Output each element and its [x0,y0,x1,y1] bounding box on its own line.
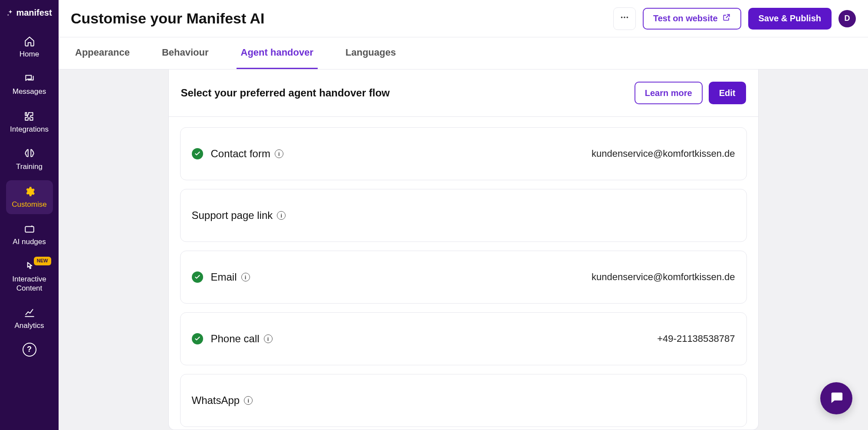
row-whatsapp[interactable]: WhatsApp i [180,374,747,427]
row-label-text: Email [211,271,237,283]
avatar[interactable]: D [838,10,856,27]
help-icon[interactable]: ? [23,343,36,357]
tabs: Appearance Behaviour Agent handover Lang… [59,37,868,69]
info-icon[interactable]: i [241,273,250,281]
row-phone-call[interactable]: Phone call i +49-21138538787 [180,312,747,365]
info-icon[interactable]: i [277,211,286,220]
test-on-website-label: Test on website [653,13,718,23]
sidebar-item-label: Home [20,50,39,59]
sidebar-item-training[interactable]: Training [6,142,53,176]
sidebar-item-analytics[interactable]: Analytics [6,301,53,335]
tab-label: Behaviour [162,47,209,58]
sidebar-nav: Home Messages Integrations Training Cust [0,30,59,361]
save-publish-button[interactable]: Save & Publish [748,8,832,30]
sidebar-item-messages[interactable]: Messages [6,67,53,101]
sidebar-item-label: Customise [12,200,46,209]
info-icon[interactable]: i [275,149,283,158]
sidebar: manifest Home Messages Integrations Tra [0,0,59,430]
brand-logo: manifest [7,8,52,18]
new-badge: NEW [34,257,51,265]
sidebar-item-label: Training [16,162,43,171]
sidebar-item-label: AI nudges [13,238,46,246]
page-title: Customise your Manifest AI [71,10,606,27]
row-label-text: Phone call [211,333,260,345]
row-label: WhatsApp i [192,394,253,407]
info-icon[interactable]: i [244,396,253,405]
ellipsis-icon [620,13,629,25]
row-value: +49-21138538787 [657,333,735,344]
chat-fab[interactable] [820,382,852,414]
chat-icon [829,390,844,407]
save-publish-label: Save & Publish [759,13,822,23]
handover-panel: Select your preferred agent handover flo… [168,69,759,430]
row-label-text: Support page link [192,209,273,222]
sidebar-item-home[interactable]: Home [6,30,53,64]
sidebar-item-label: Integrations [10,125,49,134]
svg-point-1 [621,17,623,18]
chart-line-icon [23,307,36,319]
external-link-icon [722,13,731,24]
row-label-text: WhatsApp [192,394,240,407]
row-label: Support page link i [192,209,286,222]
content-area: Select your preferred agent handover flo… [59,69,868,430]
panel-header: Select your preferred agent handover flo… [169,69,758,117]
row-value: kundenservice@komfortkissen.de [592,148,735,159]
sidebar-item-ai-nudges[interactable]: AI nudges [6,218,53,251]
svg-rect-0 [25,227,34,232]
sidebar-item-interactive-content[interactable]: NEW Interactive Content [6,255,53,298]
sidebar-item-label: Interactive Content [8,275,51,293]
check-icon [192,271,203,283]
avatar-initial: D [845,14,850,23]
row-label-text: Contact form [211,148,270,160]
check-icon [192,148,203,159]
edit-label: Edit [719,88,736,98]
sidebar-item-label: Messages [13,87,46,96]
learn-more-button[interactable]: Learn more [635,82,703,104]
edit-button[interactable]: Edit [709,82,746,104]
row-label: Contact form i [211,148,283,160]
tab-label: Languages [345,47,396,58]
row-email[interactable]: Email i kundenservice@komfortkissen.de [180,251,747,304]
row-value: kundenservice@komfortkissen.de [592,271,735,283]
topbar: Customise your Manifest AI Test on websi… [59,0,868,37]
handover-rows: Contact form i kundenservice@komfortkiss… [169,117,758,430]
tab-agent-handover[interactable]: Agent handover [237,37,318,69]
test-on-website-button[interactable]: Test on website [643,8,741,30]
tab-label: Appearance [75,47,130,58]
sparkle-icon [7,9,14,17]
brand-name: manifest [16,8,52,18]
learn-more-label: Learn more [645,88,692,98]
brain-icon [23,148,36,160]
sidebar-item-customise[interactable]: Customise [6,180,53,214]
tab-label: Agent handover [241,47,313,58]
check-icon [192,333,203,344]
puzzle-icon [23,110,36,122]
svg-point-3 [627,17,628,18]
sidebar-item-integrations[interactable]: Integrations [6,105,53,139]
more-options-button[interactable] [613,7,636,30]
card-sparkle-icon [23,223,36,235]
gear-icon [23,185,36,198]
tab-behaviour[interactable]: Behaviour [158,37,213,69]
row-support-page-link[interactable]: Support page link i [180,189,747,242]
row-label: Email i [211,271,250,283]
info-icon[interactable]: i [264,334,273,343]
svg-point-2 [624,17,625,18]
panel-title: Select your preferred agent handover flo… [181,87,628,99]
tab-languages[interactable]: Languages [341,37,400,69]
messages-icon [23,73,36,85]
sidebar-item-label: Analytics [14,321,44,330]
home-icon [23,35,36,47]
tab-appearance[interactable]: Appearance [71,37,134,69]
row-label: Phone call i [211,333,273,345]
row-contact-form[interactable]: Contact form i kundenservice@komfortkiss… [180,127,747,180]
